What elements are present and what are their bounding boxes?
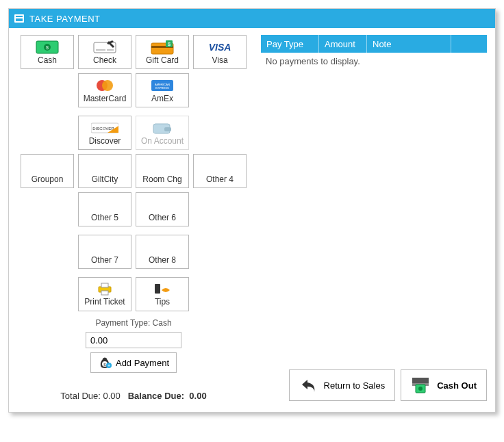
tips-button[interactable]: Tips (136, 277, 189, 311)
amount-input[interactable] (86, 332, 181, 348)
svg-rect-21 (101, 283, 108, 287)
check-icon (93, 40, 116, 55)
print-ticket-button[interactable]: Print Ticket (78, 277, 131, 311)
svg-rect-28 (412, 378, 429, 383)
svg-rect-22 (101, 291, 108, 295)
take-payment-window: TAKE PAYMENT $ Cash (8, 8, 496, 413)
cash-out-button[interactable]: Cash Out (401, 369, 487, 401)
printer-icon (97, 282, 113, 296)
mastercard-icon (93, 78, 116, 93)
other6-label: Other 6 (149, 213, 176, 222)
roomchg-button[interactable]: Room Chg (136, 154, 189, 188)
tips-icon (153, 282, 171, 296)
empty-payments-text: No payments to display. (266, 56, 360, 66)
check-button[interactable]: Check (78, 35, 131, 69)
th-actions (451, 35, 487, 53)
payments-table-header: Pay Type Amount Note (261, 35, 487, 53)
giftcard-label: Gift Card (146, 56, 179, 64)
svg-text:EXPRESS: EXPRESS (155, 86, 169, 90)
window-body: $ Cash Check $ Gift Card (9, 28, 495, 412)
return-to-sales-button[interactable]: Return to Sales (289, 369, 396, 401)
wallet-icon (152, 120, 173, 135)
other7-button[interactable]: Other 7 (78, 235, 131, 269)
visa-label: Visa (212, 56, 227, 64)
mastercard-button[interactable]: MasterCard (78, 73, 131, 107)
other6-button[interactable]: Other 6 (136, 192, 189, 226)
giltcity-label: GiltCity (92, 175, 118, 183)
cash-out-label: Cash Out (437, 380, 477, 391)
svg-rect-3 (94, 42, 116, 53)
svg-text:+: + (108, 363, 110, 368)
return-to-sales-label: Return to Sales (324, 380, 386, 391)
other5-button[interactable]: Other 5 (78, 192, 131, 226)
footer-actions: Return to Sales Cash Out (261, 369, 487, 401)
cash-button[interactable]: $ Cash (21, 35, 74, 69)
svg-text:VISA: VISA (209, 42, 231, 53)
svg-text:$: $ (46, 44, 49, 51)
check-label: Check (93, 56, 116, 64)
svg-text:DISCOVER: DISCOVER (92, 127, 114, 131)
other8-label: Other 8 (149, 256, 176, 264)
visa-icon: VISA (205, 40, 235, 55)
cash-out-icon (411, 376, 430, 394)
add-payment-button[interactable]: $+ Add Payment (90, 352, 177, 373)
payments-table-body: No payments to display. (261, 53, 487, 361)
th-amount[interactable]: Amount (319, 35, 367, 53)
moneybag-plus-icon: $+ (98, 356, 112, 369)
visa-button[interactable]: VISA Visa (193, 35, 247, 69)
mastercard-label: MasterCard (84, 94, 127, 103)
right-panel: Pay Type Amount Note No payments to disp… (261, 35, 487, 401)
back-arrow-icon (299, 377, 317, 393)
th-note[interactable]: Note (367, 35, 451, 53)
svg-point-31 (418, 387, 423, 391)
add-payment-label: Add Payment (116, 358, 169, 368)
discover-button[interactable]: DISCOVER Discover (78, 116, 131, 150)
totals-line: Total Due: 0.00 Balance Due: 0.00 (17, 391, 250, 401)
payment-button-grid: $ Cash Check $ Gift Card (17, 35, 250, 311)
on-account-label: On Account (141, 137, 184, 145)
total-due-value: 0.00 (103, 391, 121, 401)
balance-due-value: 0.00 (189, 391, 206, 401)
svg-text:$: $ (168, 41, 171, 47)
print-ticket-label: Print Ticket (84, 297, 125, 307)
svg-rect-19 (164, 127, 171, 131)
tips-label: Tips (155, 297, 170, 307)
other5-label: Other 5 (91, 213, 118, 222)
giltcity-button[interactable]: GiltCity (78, 154, 131, 188)
amex-label: AmEx (151, 94, 173, 103)
titlebar: TAKE PAYMENT (9, 9, 495, 28)
payment-type-label: Payment Type: Cash (95, 318, 171, 328)
other4-label: Other 4 (206, 175, 234, 183)
amex-button[interactable]: AMERICANEXPRESS AmEx (136, 73, 189, 107)
cash-label: Cash (38, 56, 57, 64)
window-icon (14, 14, 24, 23)
groupon-button[interactable]: Groupon (21, 154, 74, 188)
discover-icon: DISCOVER (91, 120, 118, 135)
discover-label: Discover (89, 137, 121, 145)
balance-due-label: Balance Due: (128, 391, 184, 401)
th-paytype[interactable]: Pay Type (261, 35, 319, 53)
cash-icon: $ (36, 40, 59, 55)
on-account-button[interactable]: On Account (136, 116, 189, 150)
other8-button[interactable]: Other 8 (136, 235, 189, 269)
other4-button[interactable]: Other 4 (193, 154, 247, 188)
left-panel: $ Cash Check $ Gift Card (17, 35, 250, 401)
amex-icon: AMERICANEXPRESS (151, 78, 174, 93)
other7-label: Other 7 (91, 256, 118, 264)
total-due-label: Total Due: (60, 391, 101, 401)
roomchg-label: Room Chg (142, 175, 181, 183)
svg-point-12 (102, 80, 113, 91)
giftcard-button[interactable]: $ Gift Card (136, 35, 189, 69)
window-title: TAKE PAYMENT (29, 14, 101, 24)
svg-rect-23 (155, 284, 160, 294)
groupon-label: Groupon (32, 175, 64, 183)
giftcard-icon: $ (151, 40, 174, 55)
